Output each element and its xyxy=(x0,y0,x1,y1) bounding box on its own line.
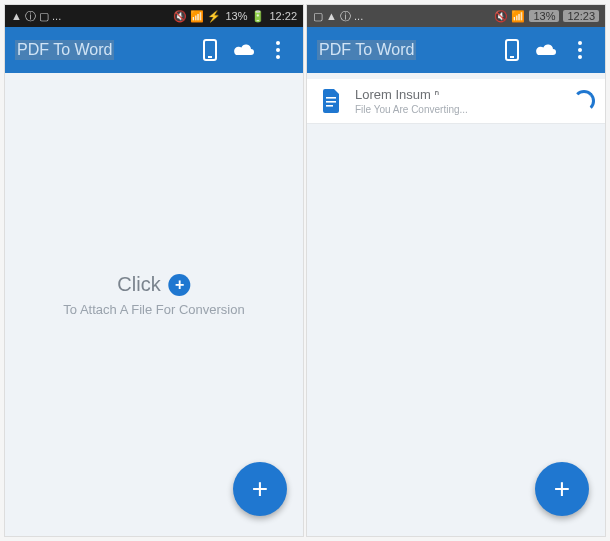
phone-screen-empty: ▲ ⓘ ▢ ... 🔇 📶 ⚡ 13% 🔋 12:22 PDF To Word … xyxy=(4,4,304,537)
file-list-item[interactable]: Lorem Insum ⁿ File You Are Converting... xyxy=(307,79,605,124)
add-file-fab[interactable]: + xyxy=(233,462,287,516)
svg-point-4 xyxy=(276,55,280,59)
svg-point-9 xyxy=(578,55,582,59)
status-time: 12:23 xyxy=(563,10,599,22)
add-file-fab[interactable]: + xyxy=(535,462,589,516)
file-name: Lorem Insum ⁿ xyxy=(355,87,565,102)
status-right-icons: 🔇 📶 ⚡ xyxy=(173,10,221,23)
status-left-icons: ▲ ⓘ ▢ ... xyxy=(11,9,61,24)
empty-subtitle: To Attach A File For Conversion xyxy=(63,302,244,317)
svg-rect-11 xyxy=(326,101,336,103)
plus-icon: + xyxy=(554,473,570,505)
cloud-icon[interactable] xyxy=(227,33,261,67)
empty-click-label: Click xyxy=(117,273,160,296)
device-icon[interactable] xyxy=(495,33,529,67)
status-bar: ▲ ⓘ ▢ ... 🔇 📶 ⚡ 13% 🔋 12:22 xyxy=(5,5,303,27)
svg-point-7 xyxy=(578,41,582,45)
content-area: Lorem Insum ⁿ File You Are Converting...… xyxy=(307,73,605,536)
status-battery: 13% xyxy=(225,10,247,22)
app-title: PDF To Word xyxy=(317,40,416,60)
file-list: Lorem Insum ⁿ File You Are Converting... xyxy=(307,73,605,130)
loading-spinner-icon xyxy=(573,90,595,112)
plus-hint-icon: + xyxy=(169,274,191,296)
device-icon[interactable] xyxy=(193,33,227,67)
empty-state: Click + To Attach A File For Conversion xyxy=(63,273,244,317)
battery-icon: 🔋 xyxy=(251,10,265,23)
svg-point-8 xyxy=(578,48,582,52)
plus-icon: + xyxy=(252,473,268,505)
document-icon xyxy=(317,87,345,115)
status-right-icons: 🔇 📶 xyxy=(494,10,525,23)
status-left-icons: ▢ ▲ ⓘ ... xyxy=(313,9,363,24)
svg-rect-10 xyxy=(326,97,336,99)
content-area: Click + To Attach A File For Conversion … xyxy=(5,73,303,536)
status-battery: 13% xyxy=(529,10,559,22)
more-icon[interactable] xyxy=(261,33,295,67)
svg-rect-12 xyxy=(326,105,333,107)
svg-point-2 xyxy=(276,41,280,45)
app-bar: PDF To Word xyxy=(5,27,303,73)
status-bar: ▢ ▲ ⓘ ... 🔇 📶 13% 12:23 xyxy=(307,5,605,27)
file-status: File You Are Converting... xyxy=(355,104,565,115)
status-time: 12:22 xyxy=(269,10,297,22)
more-icon[interactable] xyxy=(563,33,597,67)
cloud-icon[interactable] xyxy=(529,33,563,67)
phone-screen-converting: ▢ ▲ ⓘ ... 🔇 📶 13% 12:23 PDF To Word xyxy=(306,4,606,537)
app-bar: PDF To Word xyxy=(307,27,605,73)
app-title: PDF To Word xyxy=(15,40,114,60)
svg-point-3 xyxy=(276,48,280,52)
